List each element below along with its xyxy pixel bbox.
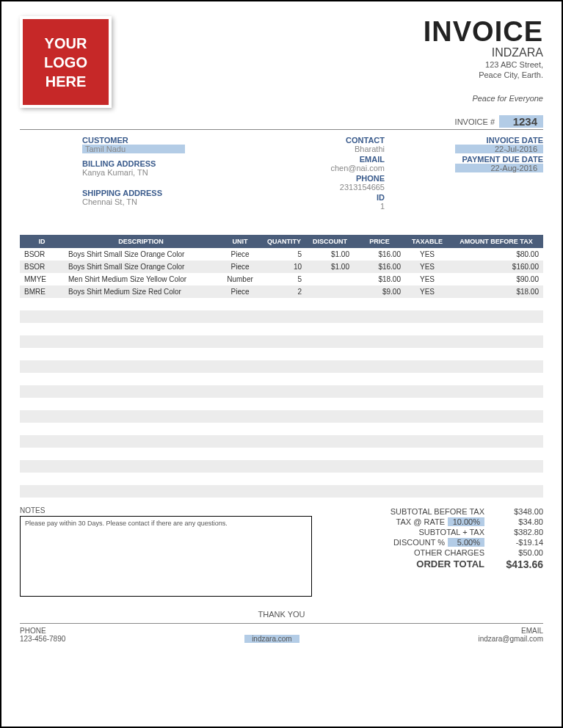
- cell-disc: [306, 473, 354, 485]
- cell-id: [20, 385, 64, 398]
- cell-qty: [262, 310, 306, 323]
- cell-desc: [64, 310, 218, 323]
- line-items-table: ID DESCRIPTION UNIT QUANTITY DISCOUNT PR…: [20, 235, 543, 498]
- order-total-row: ORDER TOTAL $413.66: [334, 558, 543, 571]
- cell-desc: [64, 398, 218, 410]
- cell-id: BMRE: [20, 285, 64, 298]
- cell-unit: [218, 298, 262, 310]
- cell-disc: [306, 298, 354, 310]
- cell-disc: [306, 335, 354, 348]
- cell-desc: Boys Shirt Small Size Orange Color: [64, 261, 218, 273]
- cell-price: [354, 460, 405, 473]
- cell-tax: YES: [405, 285, 449, 298]
- billing-label: BILLING ADDRESS: [82, 159, 233, 168]
- cell-unit: Piece: [218, 261, 262, 273]
- cell-id: [20, 310, 64, 323]
- cell-price: [354, 298, 405, 310]
- cell-amt: $80.00: [449, 248, 543, 261]
- customer-label: CUSTOMER: [82, 136, 233, 145]
- invoice-date-label: INVOICE DATE: [392, 136, 543, 145]
- invoice-number-row: INVOICE # 1234: [20, 115, 543, 130]
- cell-price: [354, 410, 405, 423]
- cell-unit: [218, 360, 262, 373]
- company-name: INDZARA: [424, 46, 543, 59]
- cell-disc: [306, 460, 354, 473]
- cell-disc: [306, 360, 354, 373]
- cell-unit: [218, 310, 262, 323]
- table-row: [20, 473, 543, 485]
- cell-tax: [405, 310, 449, 323]
- cell-price: [354, 335, 405, 348]
- cell-id: [20, 348, 64, 360]
- invoice-page: YOUR LOGO HERE INVOICE INDZARA 123 ABC S…: [0, 0, 563, 728]
- cell-tax: [405, 373, 449, 385]
- cell-desc: [64, 485, 218, 498]
- cell-desc: [64, 448, 218, 460]
- footer: PHONE 123-456-7890 indzara.com EMAIL ind…: [20, 623, 543, 643]
- id-value: 1: [233, 202, 385, 211]
- cell-tax: YES: [405, 273, 449, 285]
- cell-desc: Boys Shirt Small Size Orange Color: [64, 248, 218, 261]
- customer-value: Tamil Nadu: [82, 145, 233, 153]
- cell-desc: [64, 435, 218, 448]
- email-label: EMAIL: [233, 155, 385, 164]
- table-row: BSORBoys Shirt Small Size Orange ColorPi…: [20, 248, 543, 261]
- cell-qty: [262, 460, 306, 473]
- cell-disc: [306, 385, 354, 398]
- cell-amt: $160.00: [449, 261, 543, 273]
- table-row: [20, 310, 543, 323]
- subtax-row: SUBTOTAL + TAX $382.80: [334, 527, 543, 537]
- cell-price: [354, 385, 405, 398]
- cell-price: [354, 348, 405, 360]
- cell-disc: [306, 410, 354, 423]
- cell-price: $18.00: [354, 273, 405, 285]
- cell-price: $16.00: [354, 261, 405, 273]
- cell-tax: [405, 460, 449, 473]
- cell-unit: [218, 398, 262, 410]
- cell-amt: [449, 460, 543, 473]
- footer-site: indzara.com: [244, 635, 299, 643]
- cell-qty: [262, 473, 306, 485]
- table-row: BSORBoys Shirt Small Size Orange ColorPi…: [20, 261, 543, 273]
- table-row: [20, 460, 543, 473]
- header: YOUR LOGO HERE INVOICE INDZARA 123 ABC S…: [20, 16, 543, 108]
- cell-id: BSOR: [20, 261, 64, 273]
- cell-tax: [405, 385, 449, 398]
- invoice-number-value: 1234: [499, 115, 543, 128]
- cell-tax: [405, 448, 449, 460]
- cell-tax: [405, 398, 449, 410]
- cell-price: [354, 398, 405, 410]
- table-body: BSORBoys Shirt Small Size Orange ColorPi…: [20, 248, 543, 498]
- cell-amt: [449, 423, 543, 435]
- table-row: [20, 335, 543, 348]
- cell-disc: $1.00: [306, 261, 354, 273]
- cell-qty: 5: [262, 273, 306, 285]
- cell-qty: [262, 485, 306, 498]
- cell-amt: [449, 323, 543, 335]
- cell-price: [354, 448, 405, 460]
- cell-disc: [306, 285, 354, 298]
- cell-amt: [449, 335, 543, 348]
- cell-unit: [218, 323, 262, 335]
- cell-id: [20, 298, 64, 310]
- logo-placeholder: YOUR LOGO HERE: [20, 16, 112, 108]
- cell-qty: 2: [262, 285, 306, 298]
- cell-amt: [449, 385, 543, 398]
- bottom-section: NOTES Please pay within 30 Days. Please …: [20, 506, 543, 597]
- cell-price: [354, 373, 405, 385]
- cell-unit: Number: [218, 273, 262, 285]
- contact-column: CONTACT Bharathi EMAIL chen@nai.com PHON…: [233, 136, 392, 216]
- cell-desc: [64, 373, 218, 385]
- cell-id: [20, 473, 64, 485]
- cell-tax: [405, 410, 449, 423]
- invoice-title: INVOICE: [424, 16, 543, 48]
- contact-label: CONTACT: [233, 136, 385, 145]
- cell-tax: [405, 323, 449, 335]
- cell-disc: [306, 323, 354, 335]
- invoice-date-value: 22-Jul-2016: [392, 145, 543, 153]
- cell-tax: [405, 473, 449, 485]
- billing-value: Kanya Kumari, TN: [82, 168, 233, 177]
- contact-value: Bharathi: [233, 145, 385, 153]
- cell-disc: [306, 348, 354, 360]
- shipping-label: SHIPPING ADDRESS: [82, 189, 233, 197]
